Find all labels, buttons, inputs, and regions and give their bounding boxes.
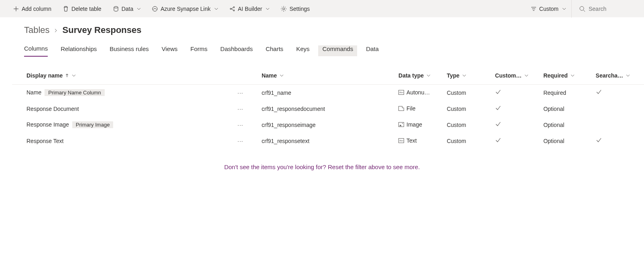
cell-datatype: Text [398, 137, 417, 144]
cell-required: Optional [543, 117, 595, 133]
custom-filter-label: Custom [539, 6, 559, 12]
breadcrumb-root[interactable]: Tables [24, 25, 50, 35]
col-header-searchable[interactable]: Searcha… [596, 72, 630, 79]
datatype-icon [398, 106, 404, 111]
synapse-label: Azure Synapse Link [160, 6, 211, 12]
cell-datatype: File [398, 105, 416, 112]
search-box[interactable] [571, 0, 637, 18]
column-badge: Primary Name Column [45, 89, 104, 96]
columns-grid: Display name Name Data type Type Custom…… [12, 69, 644, 149]
cell-type: Custom [447, 85, 495, 101]
cell-type: Custom [447, 101, 495, 117]
cell-datatype: Image [398, 121, 422, 128]
col-header-custom[interactable]: Custom… [495, 72, 528, 79]
cell-name: crf91_responsedocument [262, 101, 398, 117]
tab-commands[interactable]: Commands [318, 45, 357, 56]
col-header-display-name[interactable]: Display name [26, 72, 75, 79]
cell-name: crf91_name [262, 85, 398, 101]
cell-type: Custom [447, 117, 495, 133]
row-more-button[interactable]: ··· [238, 133, 262, 149]
chevron-down-icon [462, 74, 466, 78]
cell-required: Optional [543, 133, 595, 149]
search-icon [579, 6, 585, 12]
chevron-down-icon [626, 74, 630, 78]
datatype-icon [398, 138, 404, 143]
chevron-down-icon [214, 7, 218, 11]
trash-icon [63, 6, 69, 12]
command-bar: Add column Delete table Data Azure Synap… [0, 0, 644, 18]
cell-display-name: Response Text [26, 138, 63, 144]
cell-custom [495, 101, 543, 117]
col-header-type[interactable]: Type [447, 72, 466, 79]
table-row[interactable]: Response Text···crf91_responsetextTextCu… [12, 133, 644, 149]
delete-table-button[interactable]: Delete table [57, 0, 107, 18]
cell-searchable [596, 85, 644, 101]
data-menu-button[interactable]: Data [107, 0, 146, 18]
gear-icon [280, 6, 287, 12]
tab-data[interactable]: Data [366, 45, 379, 56]
tab-dashboards[interactable]: Dashboards [220, 45, 253, 56]
delete-table-label: Delete table [71, 6, 102, 12]
add-column-label: Add column [22, 6, 51, 12]
check-icon [596, 90, 601, 96]
ai-builder-icon [229, 6, 236, 12]
check-icon [495, 106, 501, 112]
add-column-button[interactable]: Add column [7, 0, 57, 18]
table-row[interactable]: Response ImagePrimary Image···crf91_resp… [12, 117, 644, 133]
database-icon [113, 6, 119, 12]
search-input[interactable] [589, 6, 637, 12]
chevron-down-icon [562, 7, 566, 11]
custom-filter-button[interactable]: Custom [525, 0, 571, 18]
cell-custom [495, 117, 543, 133]
col-header-name[interactable]: Name [262, 72, 283, 79]
cell-custom [495, 85, 543, 101]
tab-views[interactable]: Views [162, 45, 178, 56]
chevron-down-icon [265, 7, 269, 11]
cell-display-name: Response Image [26, 121, 69, 128]
cell-display-name: Response Document [26, 106, 79, 112]
check-icon [495, 138, 501, 144]
tab-charts[interactable]: Charts [266, 45, 283, 56]
plus-icon [13, 6, 19, 12]
tab-strip: ColumnsRelationshipsBusiness rulesViewsF… [0, 35, 644, 57]
cell-datatype: Autonu… [398, 89, 430, 96]
check-icon [495, 122, 501, 128]
col-header-display-name-label: Display name [26, 72, 63, 79]
cell-searchable [596, 133, 644, 149]
cell-searchable [596, 101, 644, 117]
check-icon [596, 138, 601, 144]
cell-required: Optional [543, 101, 595, 117]
synapse-menu-button[interactable]: Azure Synapse Link [146, 0, 223, 18]
cell-required: Required [543, 85, 595, 101]
row-more-button[interactable]: ··· [238, 101, 262, 117]
cell-searchable [596, 117, 644, 133]
settings-label: Settings [289, 6, 310, 12]
tab-keys[interactable]: Keys [296, 45, 309, 56]
col-header-datatype[interactable]: Data type [398, 72, 430, 79]
column-badge: Primary Image [72, 121, 114, 128]
chevron-down-icon [279, 74, 283, 78]
cell-display-name: Name [26, 89, 41, 96]
tab-forms[interactable]: Forms [191, 45, 208, 56]
chevron-down-icon [426, 74, 430, 78]
sort-asc-icon [65, 74, 69, 78]
ai-builder-menu-button[interactable]: AI Builder [223, 0, 275, 18]
datatype-icon [398, 122, 404, 127]
cell-name: crf91_responseimage [262, 117, 398, 133]
table-row[interactable]: NamePrimary Name Column···crf91_nameAuto… [12, 85, 644, 101]
chevron-down-icon [570, 74, 574, 78]
row-more-button[interactable]: ··· [238, 85, 262, 101]
synapse-icon [152, 6, 158, 12]
tab-business-rules[interactable]: Business rules [110, 45, 149, 56]
tab-columns[interactable]: Columns [24, 45, 48, 57]
col-header-required[interactable]: Required [543, 72, 574, 79]
ai-builder-label: AI Builder [238, 6, 262, 12]
chevron-down-icon [136, 7, 140, 11]
chevron-down-icon [71, 74, 75, 78]
table-row[interactable]: Response Document···crf91_responsedocume… [12, 101, 644, 117]
tab-relationships[interactable]: Relationships [61, 45, 97, 56]
settings-button[interactable]: Settings [275, 0, 315, 18]
breadcrumb: Tables Survey Responses [0, 18, 644, 35]
reset-filter-message[interactable]: Don't see the items you're looking for? … [0, 149, 644, 170]
row-more-button[interactable]: ··· [238, 117, 262, 133]
